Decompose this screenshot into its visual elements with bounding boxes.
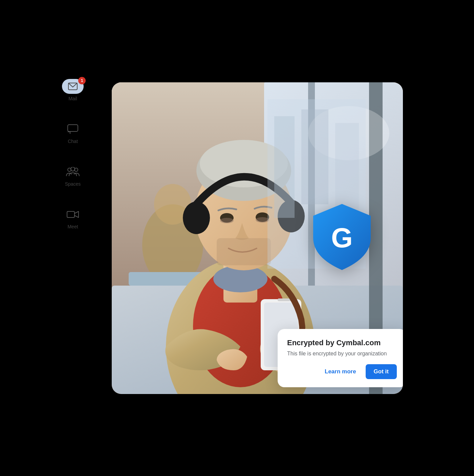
mail-badge: 1 (78, 77, 86, 84)
google-shield-wrapper: G (308, 201, 376, 275)
encryption-title: Encrypted by Cymbal.com (287, 338, 397, 347)
svg-rect-34 (274, 116, 295, 218)
google-shield-icon: G (308, 201, 376, 275)
mail-icon (68, 83, 78, 90)
got-it-button[interactable]: Got it (366, 364, 397, 379)
svg-point-26 (256, 217, 269, 223)
sidebar-item-meet-label: Meet (67, 224, 78, 229)
spaces-icon (66, 167, 80, 177)
sidebar-item-mail[interactable]: 1 Mail (62, 79, 84, 101)
meet-icon-wrapper (65, 207, 80, 222)
svg-rect-5 (67, 211, 74, 218)
svg-rect-30 (278, 298, 291, 301)
mail-pill: 1 (62, 79, 84, 94)
svg-rect-36 (335, 123, 359, 211)
svg-rect-1 (68, 125, 78, 131)
svg-rect-27 (217, 238, 271, 265)
svg-point-3 (71, 167, 75, 171)
sidebar-item-spaces-label: Spaces (65, 181, 81, 187)
chat-icon (67, 124, 78, 134)
svg-rect-35 (301, 109, 328, 204)
encryption-subtitle: This file is encrypted by your organizat… (287, 351, 397, 357)
spaces-icon-wrapper (65, 164, 80, 179)
learn-more-button[interactable]: Learn more (321, 366, 360, 378)
sidebar-item-meet[interactable]: Meet (65, 207, 80, 229)
sidebar-item-chat-label: Chat (68, 139, 78, 144)
encryption-card: Encrypted by Cymbal.com This file is enc… (278, 329, 403, 387)
sidebar-item-spaces[interactable]: Spaces (65, 164, 81, 187)
meet-icon (67, 210, 79, 219)
chat-icon-wrapper (65, 122, 80, 137)
photo-card: G Encrypted by Cymbal.com This file is e… (112, 82, 403, 394)
sidebar-item-chat[interactable]: Chat (65, 122, 80, 144)
sidebar-item-mail-label: Mail (68, 96, 77, 101)
sidebar: 1 Mail Chat (51, 79, 95, 229)
svg-text:G: G (331, 222, 353, 253)
scene: 1 Mail Chat (51, 52, 423, 425)
encryption-actions: Learn more Got it (287, 364, 397, 379)
svg-point-25 (220, 218, 234, 223)
